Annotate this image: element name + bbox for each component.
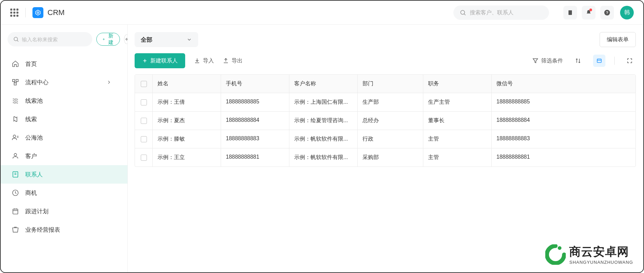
sidebar-item-label: 商机 xyxy=(25,189,37,197)
sidebar-item-home[interactable]: 首页 xyxy=(1,55,127,73)
cell-position: 主管 xyxy=(423,148,492,167)
sidebar-item-label: 客户 xyxy=(25,152,37,160)
sidebar-nav: 首页流程中心线索池线索公海池客户联系人商机跟进计划业务经营报表 xyxy=(1,53,127,241)
row-checkbox[interactable] xyxy=(141,155,147,161)
table-header: 姓名 手机号 客户名称 部门 职务 微信号 xyxy=(135,75,635,93)
new-contact-button[interactable]: 新建联系人 xyxy=(135,53,185,68)
app-title: CRM xyxy=(47,8,65,17)
row-checkbox[interactable] xyxy=(141,99,147,105)
import-button[interactable]: 导入 xyxy=(194,57,214,64)
sort-button[interactable] xyxy=(572,55,584,67)
edit-form-button[interactable]: 编辑表单 xyxy=(600,32,636,47)
svg-point-31 xyxy=(558,246,562,250)
docs-button[interactable] xyxy=(563,6,577,19)
help-button[interactable]: ? xyxy=(600,6,614,19)
notifications-button[interactable] xyxy=(582,6,595,19)
table-row[interactable]: 示例：王倩 18888888885 示例：上海国仁有限... 生产部 生产主管 … xyxy=(135,93,635,112)
svg-text:?: ? xyxy=(606,10,608,15)
column-header[interactable]: 职务 xyxy=(423,75,492,93)
sort-icon xyxy=(575,58,581,64)
contact-icon xyxy=(12,171,19,178)
sidebar-toolbar: 新建 xyxy=(1,25,127,53)
opportunity-icon xyxy=(12,189,19,197)
select-all-checkbox[interactable] xyxy=(141,81,147,87)
pool-icon xyxy=(12,97,19,104)
cell-name: 示例：夏杰 xyxy=(153,112,221,130)
filter-button[interactable]: 筛选条件 xyxy=(532,57,563,64)
sidebar-item-report[interactable]: 业务经营报表 xyxy=(1,220,127,239)
cell-phone: 18888888881 xyxy=(221,148,289,167)
svg-marker-0 xyxy=(36,10,40,15)
row-checkbox[interactable] xyxy=(141,136,147,142)
cell-dept: 生产部 xyxy=(358,93,423,111)
plus-icon xyxy=(102,37,105,42)
sidebar-item-customer[interactable]: 客户 xyxy=(1,147,127,165)
action-toolbar: 新建联系人 导入 导出 筛选条件 xyxy=(135,53,636,68)
sidebar-item-contact[interactable]: 联系人 xyxy=(1,165,127,184)
header: CRM ? 韩 xyxy=(1,1,643,25)
filter-icon xyxy=(532,58,538,64)
column-header[interactable]: 微信号 xyxy=(492,75,635,93)
svg-rect-4 xyxy=(568,10,572,15)
global-search[interactable] xyxy=(453,5,549,20)
sidebar-item-label: 首页 xyxy=(25,60,37,68)
search-icon xyxy=(13,36,19,42)
fullscreen-button[interactable] xyxy=(624,55,636,67)
watermark-logo-icon xyxy=(545,244,566,265)
export-icon xyxy=(223,58,229,64)
watermark: 商云安卓网 SHANGYUNANZHUOWANG xyxy=(545,244,633,265)
sidebar-item-label: 线索池 xyxy=(25,97,43,105)
export-button[interactable]: 导出 xyxy=(223,57,243,64)
column-header[interactable]: 手机号 xyxy=(221,75,289,93)
svg-rect-12 xyxy=(16,80,18,82)
svg-line-8 xyxy=(17,40,18,42)
chevron-right-icon xyxy=(106,80,112,85)
cell-name: 示例：滕敏 xyxy=(153,130,221,148)
svg-rect-22 xyxy=(13,209,18,214)
new-contact-label: 新建联系人 xyxy=(150,57,178,64)
cell-wechat: 18888888881 xyxy=(492,148,635,167)
collapse-sidebar-button[interactable] xyxy=(124,34,128,44)
sea-icon xyxy=(12,134,19,141)
table-row[interactable]: 示例：王立 18888888881 示例：帆软软件有限... 采购部 主管 18… xyxy=(135,148,635,167)
import-label: 导入 xyxy=(203,57,214,64)
plus-icon xyxy=(142,58,148,63)
cell-wechat: 18888888883 xyxy=(492,130,635,148)
svg-point-1 xyxy=(37,12,39,13)
view-filter-label: 全部 xyxy=(141,36,152,44)
sidebar-item-label: 线索 xyxy=(25,115,37,123)
cell-dept: 行政 xyxy=(358,130,423,148)
sidebar-item-opportunity[interactable]: 商机 xyxy=(1,184,127,202)
sidebar-search-input[interactable] xyxy=(22,37,87,42)
view-toolbar: 全部 编辑表单 xyxy=(135,32,636,47)
user-avatar[interactable]: 韩 xyxy=(620,6,634,19)
sidebar-search[interactable] xyxy=(8,32,92,46)
global-search-input[interactable] xyxy=(470,10,543,16)
main-content: 全部 编辑表单 新建联系人 导入 导出 筛选条件 xyxy=(128,25,643,272)
sidebar: 新建 首页流程中心线索池线索公海池客户联系人商机跟进计划业务经营报表 xyxy=(1,25,128,272)
table-row[interactable]: 示例：夏杰 18888888884 示例：绘夏管理咨询... 总经办 董事长 1… xyxy=(135,112,635,130)
svg-point-16 xyxy=(13,135,16,138)
sidebar-item-flow[interactable]: 流程中心 xyxy=(1,73,127,91)
sidebar-item-lead[interactable]: 线索 xyxy=(1,110,127,128)
cell-phone: 18888888885 xyxy=(221,93,289,111)
report-icon xyxy=(12,226,19,233)
sidebar-item-pool[interactable]: 线索池 xyxy=(1,91,127,110)
new-button[interactable]: 新建 xyxy=(96,33,120,46)
sidebar-item-plan[interactable]: 跟进计划 xyxy=(1,202,127,220)
apps-grid-icon[interactable] xyxy=(10,9,18,17)
help-icon: ? xyxy=(604,9,611,16)
row-checkbox[interactable] xyxy=(141,118,147,124)
flow-icon xyxy=(12,78,19,86)
svg-rect-11 xyxy=(13,80,15,82)
sidebar-item-sea[interactable]: 公海池 xyxy=(1,128,127,147)
filter-label: 筛选条件 xyxy=(541,57,563,64)
table-row[interactable]: 示例：滕敏 18888888883 示例：帆软软件有限... 行政 主管 188… xyxy=(135,130,635,148)
column-header[interactable]: 客户名称 xyxy=(289,75,358,93)
contacts-table: 姓名 手机号 客户名称 部门 职务 微信号 示例：王倩 18888888885 … xyxy=(135,74,636,167)
column-header[interactable]: 姓名 xyxy=(153,75,221,93)
view-filter-dropdown[interactable]: 全部 xyxy=(135,32,198,47)
cell-name: 示例：王倩 xyxy=(153,93,221,111)
column-header[interactable]: 部门 xyxy=(358,75,423,93)
view-card-button[interactable] xyxy=(593,55,605,67)
